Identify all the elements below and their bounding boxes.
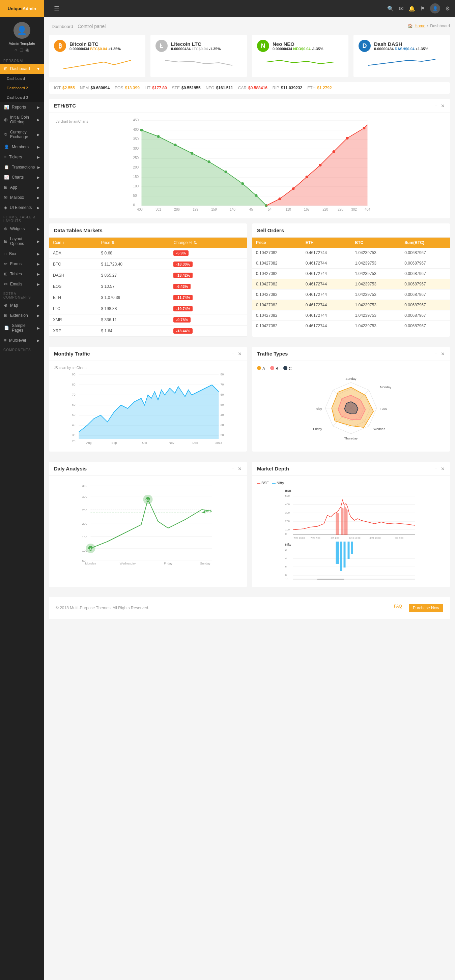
mailbox-icon: ✉ bbox=[4, 195, 7, 200]
sidebar-item-widgets[interactable]: ⊕ Widgets ▶ bbox=[0, 224, 44, 234]
bell-icon[interactable]: 🔔 bbox=[409, 5, 415, 12]
svg-point-27 bbox=[241, 182, 244, 185]
purchase-link[interactable]: Purchase Now bbox=[409, 604, 443, 612]
svg-text:Monday: Monday bbox=[85, 562, 96, 565]
chevron-icon: ▶ bbox=[37, 240, 40, 243]
svg-point-36 bbox=[346, 137, 349, 140]
svg-point-21 bbox=[140, 129, 143, 131]
mail-icon[interactable]: ✉ bbox=[399, 5, 403, 12]
svg-text:500: 500 bbox=[285, 495, 290, 497]
sidebar-item-multilevel[interactable]: ≡ Multilevel ▶ bbox=[0, 335, 44, 345]
market-depth-panel: Market Depth − ✕ BSE Nifty BSE 500 400 bbox=[252, 462, 450, 587]
svg-text:150: 150 bbox=[82, 536, 87, 539]
search-icon[interactable]: 🔍 bbox=[387, 5, 394, 12]
sidebar-section-forms: FORMS, TABLE & LAYOUTS bbox=[0, 213, 44, 224]
sidebar-item-app[interactable]: ⊞ App ▶ bbox=[0, 182, 44, 192]
chevron-icon: ▶ bbox=[37, 262, 40, 266]
table-row: 0.104270820.461727441.042397530.00687967 bbox=[252, 321, 450, 331]
close-icon[interactable]: ✕ bbox=[441, 103, 445, 108]
sidebar-item-box[interactable]: □ Box ▶ bbox=[0, 249, 44, 259]
svg-text:200: 200 bbox=[285, 520, 290, 523]
sidebar-item-layout[interactable]: ⊟ Layout Options ▶ bbox=[0, 234, 44, 249]
svg-text:Sunday: Sunday bbox=[345, 377, 356, 380]
gear-icon[interactable]: ⚙ bbox=[445, 5, 450, 12]
sidebar-item-label: Tickers bbox=[9, 155, 22, 159]
profile-circle-icon[interactable]: ○ bbox=[14, 47, 17, 52]
col-change[interactable]: Change % ⇅ bbox=[169, 238, 247, 248]
home-icon: 🏠 bbox=[408, 24, 413, 28]
sidebar-item-forms[interactable]: ✏ Forms ▶ bbox=[0, 259, 44, 269]
sidebar-item-dashboard[interactable]: ⊞ Dashboard ▶ bbox=[0, 64, 44, 74]
monthly-traffic-header: Monthly Traffic − ✕ bbox=[49, 347, 247, 361]
sidebar-item-tickers[interactable]: ≡ Tickers ▶ bbox=[0, 152, 44, 162]
sidebar-item-dashboard-main[interactable]: Dashboard bbox=[0, 74, 44, 83]
svg-point-25 bbox=[208, 161, 211, 163]
emails-icon: ✉ bbox=[4, 282, 7, 286]
sidebar-item-ui[interactable]: ◈ UI Elements ▶ bbox=[0, 202, 44, 213]
sidebar-item-label: Reports bbox=[12, 105, 26, 110]
sidebar-item-transactions[interactable]: 📋 Transactions ▶ bbox=[0, 162, 44, 172]
minimize-icon[interactable]: − bbox=[435, 466, 437, 471]
chevron-icon: ▶ bbox=[37, 252, 40, 256]
svg-text:408: 408 bbox=[137, 208, 143, 211]
sidebar-item-reports[interactable]: 📊 Reports ▶ bbox=[0, 102, 44, 112]
multilevel-icon: ≡ bbox=[4, 338, 6, 343]
col-eth: ETH bbox=[302, 238, 351, 248]
sidebar-item-label: Multilevel bbox=[9, 338, 26, 343]
market-depth-body: BSE Nifty BSE 500 400 300 200 100 0 bbox=[252, 476, 450, 587]
close-icon[interactable]: ✕ bbox=[238, 466, 242, 471]
flag-icon[interactable]: ⚑ bbox=[420, 5, 425, 12]
svg-marker-74 bbox=[79, 385, 219, 439]
btc-amount: 0.00000434 BTC$0.04 +1.35% bbox=[69, 47, 121, 51]
col-sum: Sum(BTC) bbox=[400, 238, 450, 248]
profile-dot-icon[interactable]: ◉ bbox=[25, 47, 29, 52]
ticker-car: CAR $0.588416 bbox=[238, 86, 267, 90]
panel-controls: − ✕ bbox=[232, 351, 242, 356]
sidebar-item-extension[interactable]: ⊞ Extension ▶ bbox=[0, 310, 44, 320]
svg-text:100: 100 bbox=[285, 528, 290, 531]
chevron-icon: ▶ bbox=[37, 326, 40, 330]
market-depth-header: Market Depth − ✕ bbox=[252, 462, 450, 476]
sidebar-item-mailbox[interactable]: ✉ Mailbox ▶ bbox=[0, 192, 44, 202]
sidebar-item-currency[interactable]: ↻ Currency Exchange ▶ bbox=[0, 127, 44, 142]
sidebar-section-extra: EXTRA COMPONENTS bbox=[0, 289, 44, 300]
profile-square-icon[interactable]: □ bbox=[20, 47, 22, 52]
svg-text:404: 404 bbox=[365, 208, 370, 211]
svg-text:Sunday: Sunday bbox=[200, 562, 211, 565]
svg-text:20: 20 bbox=[72, 439, 75, 443]
sidebar-item-map[interactable]: ⊕ Map ▶ bbox=[0, 300, 44, 310]
minimize-icon[interactable]: − bbox=[232, 466, 235, 471]
svg-text:200: 200 bbox=[133, 165, 139, 169]
close-icon[interactable]: ✕ bbox=[441, 351, 445, 356]
minimize-icon[interactable]: − bbox=[435, 351, 437, 356]
hamburger-icon[interactable]: ☰ bbox=[54, 5, 59, 12]
svg-text:54: 54 bbox=[268, 208, 272, 211]
sidebar-item-tables[interactable]: ⊞ Tables ▶ bbox=[0, 269, 44, 279]
sidebar-item-members[interactable]: 👤 Members ▶ bbox=[0, 142, 44, 152]
breadcrumb-home[interactable]: Home bbox=[415, 24, 425, 28]
table-row: 0.104270820.461727441.042397530.00687967 bbox=[252, 248, 450, 258]
sidebar-item-dashboard3[interactable]: Dashboard 3 bbox=[0, 93, 44, 102]
sidebar-item-emails[interactable]: ✉ Emails ▶ bbox=[0, 279, 44, 289]
panel-controls: − ✕ bbox=[435, 466, 445, 471]
sidebar-sub-label: Dashboard 2 bbox=[7, 86, 28, 90]
sidebar-item-charts[interactable]: 📈 Charts ▶ bbox=[0, 172, 44, 182]
sidebar-item-sample[interactable]: 📄 Sample Pages ▶ bbox=[0, 320, 44, 335]
close-icon[interactable]: ✕ bbox=[238, 351, 242, 356]
minimize-icon[interactable]: − bbox=[232, 351, 235, 356]
col-coin[interactable]: Coin ↑ bbox=[49, 238, 97, 248]
sidebar-item-ico[interactable]: ◎ Initial Coin Offering ▶ bbox=[0, 112, 44, 127]
close-icon[interactable]: ✕ bbox=[441, 466, 445, 471]
transactions-icon: 📋 bbox=[4, 165, 9, 170]
svg-text:70: 70 bbox=[72, 393, 75, 396]
minimize-icon[interactable]: − bbox=[435, 103, 437, 108]
svg-text:Nov: Nov bbox=[169, 441, 174, 444]
svg-text:4: 4 bbox=[285, 557, 287, 560]
sidebar-item-dashboard2[interactable]: Dashboard 2 bbox=[0, 83, 44, 93]
col-price[interactable]: Price ⇅ bbox=[97, 238, 170, 248]
sidebar-sub-label: Dashboard 3 bbox=[7, 95, 28, 99]
svg-text:50: 50 bbox=[133, 194, 137, 197]
dash-amount: 0.00000434 DASH$0.04 +1.35% bbox=[374, 47, 428, 51]
faq-link[interactable]: FAQ bbox=[394, 604, 402, 612]
avatar[interactable]: 👤 bbox=[430, 3, 440, 13]
